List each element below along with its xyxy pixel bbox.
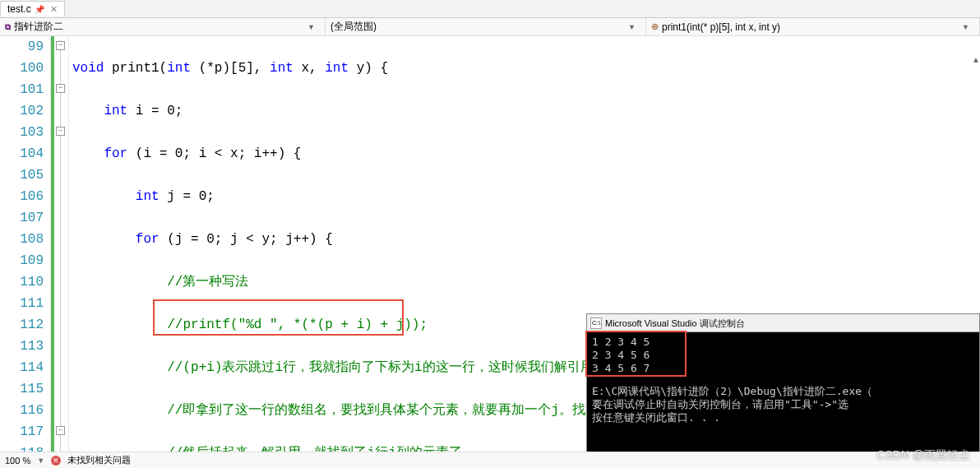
line-number: 107	[0, 207, 44, 229]
console-title-text: Microsoft Visual Studio 调试控制台	[605, 317, 745, 330]
console-icon: C:\	[590, 317, 602, 329]
line-number: 99	[0, 36, 44, 58]
console-line: 1 2 3 4 5	[592, 336, 974, 349]
line-number: 100	[0, 58, 44, 79]
file-tab[interactable]: test.c 📌 ✕	[0, 1, 65, 16]
tab-bar: test.c 📌 ✕	[0, 0, 980, 18]
error-icon[interactable]: ✕	[51, 456, 61, 466]
line-number: 103	[0, 122, 44, 143]
line-gutter: 99 100 101 102 103 104 105 106 107 108 1…	[0, 36, 51, 464]
fold-column: − − − −	[54, 36, 69, 464]
chevron-down-icon[interactable]: ▼	[37, 456, 44, 465]
line-number: 108	[0, 229, 44, 250]
error-message: 未找到相关问题	[67, 454, 131, 466]
console-line: 要在调试停止时自动关闭控制台，请启用"工具"->"选	[592, 398, 974, 411]
fold-toggle[interactable]: −	[56, 41, 65, 50]
console-titlebar[interactable]: C:\ Microsoft Visual Studio 调试控制台	[587, 314, 979, 332]
line-number: 102	[0, 100, 44, 122]
nav-bar: ⧉ 指针进阶二 ▼ (全局范围) ▼ ⊕ print1(int(* p)[5],…	[0, 18, 980, 36]
close-icon[interactable]: ✕	[50, 4, 58, 15]
console-window: C:\ Microsoft Visual Studio 调试控制台 1 2 3 …	[586, 313, 980, 456]
console-line: 2 3 4 5 6	[592, 349, 974, 362]
nav-scope[interactable]: (全局范围) ▼	[326, 18, 646, 35]
fold-toggle[interactable]: −	[56, 84, 65, 93]
line-number: 114	[0, 357, 44, 378]
line-number: 104	[0, 143, 44, 164]
line-number: 110	[0, 271, 44, 293]
line-number: 116	[0, 400, 44, 421]
nav-function-label: print1(int(* p)[5], int x, int y)	[662, 21, 780, 33]
chevron-down-icon: ▼	[962, 23, 974, 31]
line-number: 101	[0, 79, 44, 100]
nav-project-label: 指针进阶二	[14, 20, 63, 34]
status-bar: 100 % ▼ ✕ 未找到相关问题	[0, 452, 980, 468]
line-number: 106	[0, 186, 44, 207]
line-number: 113	[0, 336, 44, 357]
chevron-down-icon: ▼	[628, 23, 640, 31]
function-icon: ⊕	[651, 21, 659, 32]
line-number: 115	[0, 378, 44, 400]
nav-scope-label: (全局范围)	[331, 20, 377, 34]
console-line: E:\C网课代码\指针进阶（2）\Debug\指针进阶二.exe（	[592, 385, 974, 398]
console-body[interactable]: 1 2 3 4 5 2 3 4 5 6 3 4 5 6 7 E:\C网课代码\指…	[587, 332, 979, 428]
tab-filename: test.c	[7, 3, 31, 15]
watermark: CSDN @雨翼轻尘	[876, 448, 970, 463]
line-number: 109	[0, 250, 44, 271]
line-number: 112	[0, 314, 44, 336]
line-number: 105	[0, 164, 44, 186]
scroll-up-icon[interactable]: ▲	[973, 56, 978, 65]
zoom-level[interactable]: 100 %	[5, 456, 30, 466]
line-number: 111	[0, 293, 44, 314]
nav-project[interactable]: ⧉ 指针进阶二 ▼	[0, 18, 326, 35]
pin-icon[interactable]: 📌	[35, 5, 44, 14]
fold-toggle[interactable]: −	[56, 426, 65, 435]
console-line: 3 4 5 6 7	[592, 362, 974, 375]
line-number: 117	[0, 421, 44, 443]
cpp-icon: ⧉	[5, 22, 11, 32]
console-line: 按任意键关闭此窗口. . .	[592, 411, 974, 424]
nav-function[interactable]: ⊕ print1(int(* p)[5], int x, int y) ▼	[646, 18, 980, 35]
chevron-down-icon: ▼	[307, 23, 320, 31]
fold-toggle[interactable]: −	[56, 127, 65, 136]
